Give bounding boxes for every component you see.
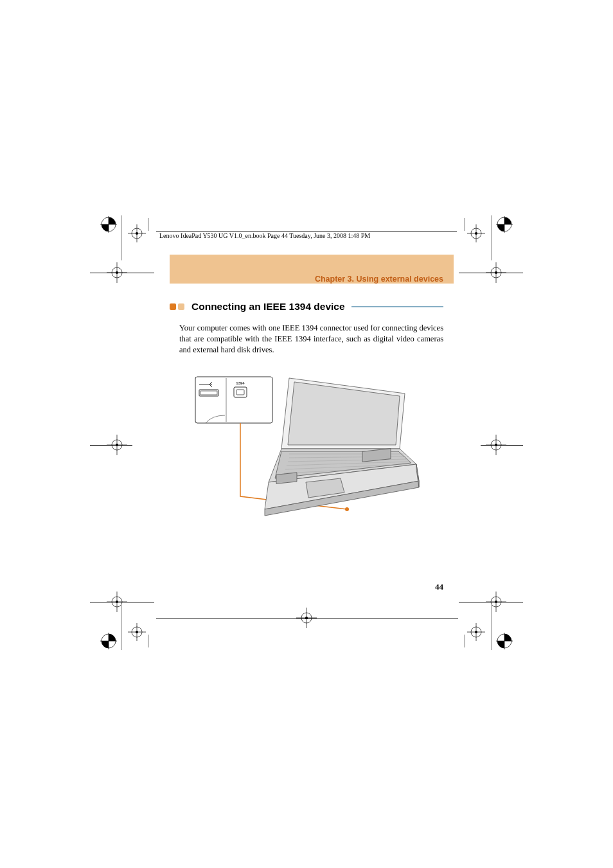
svg-point-33: [475, 232, 477, 235]
bullet-tan-icon: [178, 303, 184, 310]
svg-rect-0: [195, 377, 272, 423]
guide-line: [90, 602, 154, 602]
section-title: Connecting an IEEE 1394 device: [191, 301, 345, 312]
guide-line: [90, 273, 154, 273]
svg-point-42: [136, 631, 138, 633]
svg-rect-4: [236, 390, 244, 395]
bullet-orange-icon: [170, 303, 176, 310]
label-1394: 1394: [236, 381, 245, 385]
guide-line: [90, 445, 132, 446]
page-number: 44: [435, 582, 443, 592]
section-dash-line: [351, 306, 443, 307]
svg-rect-13: [276, 473, 297, 484]
svg-point-51: [475, 631, 477, 633]
svg-rect-2: [200, 391, 217, 395]
svg-point-6: [345, 507, 349, 511]
chapter-title: Chapter 3. Using external devices: [315, 275, 443, 284]
ieee1394-diagram: 1394: [193, 373, 424, 518]
section-heading: Connecting an IEEE 1394 device: [170, 301, 443, 312]
header-rule: [156, 231, 457, 231]
guide-line: [459, 602, 523, 602]
body-paragraph: Your computer comes with one IEEE 1394 c…: [179, 323, 443, 356]
guide-line: [156, 619, 458, 619]
guide-line: [459, 273, 523, 273]
svg-point-23: [136, 232, 138, 235]
book-header-text: Lenovo IdeaPad Y530 UG V1.0_en.book Page…: [159, 232, 370, 239]
guide-line: [481, 445, 523, 446]
